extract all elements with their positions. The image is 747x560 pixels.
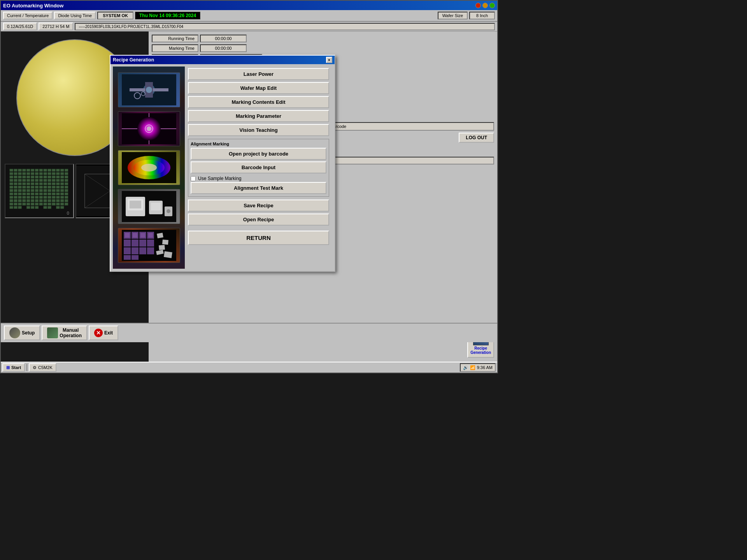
svg-rect-10 xyxy=(48,169,51,172)
svg-rect-111 xyxy=(60,192,64,195)
svg-rect-37 xyxy=(44,176,47,178)
setup-label: Setup xyxy=(22,330,35,336)
log-out-button[interactable]: LOG OUT xyxy=(459,133,494,143)
svg-rect-76 xyxy=(31,186,34,189)
marking-time-label: Marking Time xyxy=(152,44,198,52)
alignment-marking-label: Alignment Marking xyxy=(191,142,326,146)
svg-rect-144 xyxy=(23,203,26,205)
start-button[interactable]: ⊞ Start xyxy=(2,363,25,372)
current-temp-button[interactable]: Current / Temperature xyxy=(3,12,53,19)
maximize-window-button[interactable] xyxy=(489,3,495,8)
save-recipe-button[interactable]: Save Recipe xyxy=(188,200,329,212)
svg-rect-20 xyxy=(31,172,34,175)
svg-rect-64 xyxy=(39,182,43,185)
svg-rect-73 xyxy=(18,186,22,189)
manual-operation-button[interactable]: Manual Operation xyxy=(42,326,87,340)
svg-rect-162 xyxy=(48,206,51,209)
svg-rect-215 xyxy=(133,233,137,238)
svg-rect-53 xyxy=(52,179,56,182)
svg-rect-126 xyxy=(65,196,68,199)
svg-point-186 xyxy=(147,126,151,131)
svg-rect-148 xyxy=(39,203,43,205)
svg-rect-67 xyxy=(52,182,56,185)
svg-rect-140 xyxy=(65,200,68,202)
svg-rect-85 xyxy=(10,189,13,192)
svg-rect-60 xyxy=(23,182,26,185)
barcode-input-button[interactable]: Barcode Input xyxy=(191,161,326,173)
dialog-image-panel xyxy=(113,66,185,269)
svg-rect-27 xyxy=(60,172,64,175)
svg-rect-89 xyxy=(26,189,30,192)
svg-rect-206 xyxy=(139,240,146,247)
alignment-test-mark-button[interactable]: Alignment Test Mark xyxy=(191,182,326,194)
setup-icon xyxy=(9,327,20,338)
svg-point-176 xyxy=(146,87,152,93)
exit-button[interactable]: ✕ Exit xyxy=(89,326,118,340)
svg-rect-152 xyxy=(56,203,60,205)
svg-rect-110 xyxy=(56,192,60,195)
svg-rect-208 xyxy=(124,247,131,254)
marking-parameter-button[interactable]: Marking Parameter xyxy=(188,110,329,122)
svg-rect-38 xyxy=(48,176,51,178)
svg-rect-220 xyxy=(159,245,165,250)
wafer-map-edit-button[interactable]: Wafer Map Edit xyxy=(188,82,329,94)
svg-rect-49 xyxy=(35,179,39,182)
svg-rect-72 xyxy=(14,186,18,189)
taskbar-csm2k[interactable]: ⚙ C5M2K xyxy=(29,363,56,372)
diode-time-button[interactable]: Diode Using Time xyxy=(54,12,96,19)
svg-rect-101 xyxy=(18,192,22,195)
svg-rect-3 xyxy=(18,169,22,172)
svg-rect-35 xyxy=(35,176,39,178)
svg-rect-18 xyxy=(23,172,26,175)
image-equipment xyxy=(118,189,180,224)
svg-rect-43 xyxy=(10,179,13,182)
svg-rect-102 xyxy=(23,192,26,195)
svg-rect-33 xyxy=(26,176,30,178)
use-sample-marking-checkbox[interactable] xyxy=(191,176,196,181)
wafer-size-label: Wafer Size xyxy=(438,12,468,19)
svg-rect-52 xyxy=(48,179,51,182)
svg-rect-59 xyxy=(18,182,22,185)
close-window-button[interactable] xyxy=(475,3,481,8)
window-title: EO Automarking Window xyxy=(3,3,63,9)
svg-rect-77 xyxy=(35,186,39,189)
svg-rect-135 xyxy=(44,200,47,202)
svg-rect-66 xyxy=(48,182,51,185)
svg-rect-55 xyxy=(60,179,64,182)
dialog-close-button[interactable]: × xyxy=(326,57,332,63)
marking-contents-edit-button[interactable]: Marking Contents Edit xyxy=(188,96,329,108)
svg-rect-103 xyxy=(26,192,30,195)
marking-time-value: 00:00:00 xyxy=(200,44,247,52)
svg-rect-163 xyxy=(56,206,60,209)
vision-teaching-button[interactable]: Vision Teaching xyxy=(188,124,329,136)
svg-rect-133 xyxy=(35,200,39,202)
svg-rect-36 xyxy=(39,176,43,178)
svg-rect-15 xyxy=(10,172,13,175)
svg-point-190 xyxy=(141,164,157,172)
svg-rect-150 xyxy=(48,203,51,205)
svg-rect-214 xyxy=(125,233,130,238)
svg-rect-138 xyxy=(56,200,60,202)
barcode-display: -----2015903FL03L1GKLFD.PROJECT1L.35ML.D… xyxy=(75,23,495,30)
svg-rect-174 xyxy=(153,88,168,91)
svg-rect-41 xyxy=(60,176,64,178)
running-time-value: 00:00:00 xyxy=(200,35,247,42)
svg-rect-194 xyxy=(130,201,141,208)
svg-rect-146 xyxy=(31,203,34,205)
svg-rect-71 xyxy=(10,186,13,189)
setup-button[interactable]: Setup xyxy=(4,326,40,340)
svg-rect-96 xyxy=(56,189,60,192)
dialog-title: Recipe Generation xyxy=(113,57,154,63)
return-button[interactable]: RETURN xyxy=(188,231,329,245)
open-project-barcode-button[interactable]: Open project by barcode xyxy=(191,148,326,160)
svg-rect-84 xyxy=(65,186,68,189)
svg-rect-61 xyxy=(26,182,30,185)
system-status: SYSTEM OK xyxy=(97,12,133,19)
laser-power-button[interactable]: Laser Power xyxy=(188,68,329,80)
open-recipe-button[interactable]: Open Recipe xyxy=(188,214,329,226)
svg-rect-123 xyxy=(52,196,56,199)
running-time-label: Running Time xyxy=(152,35,198,42)
svg-rect-2 xyxy=(14,169,18,172)
minimize-window-button[interactable] xyxy=(482,3,488,8)
svg-rect-139 xyxy=(60,200,64,202)
